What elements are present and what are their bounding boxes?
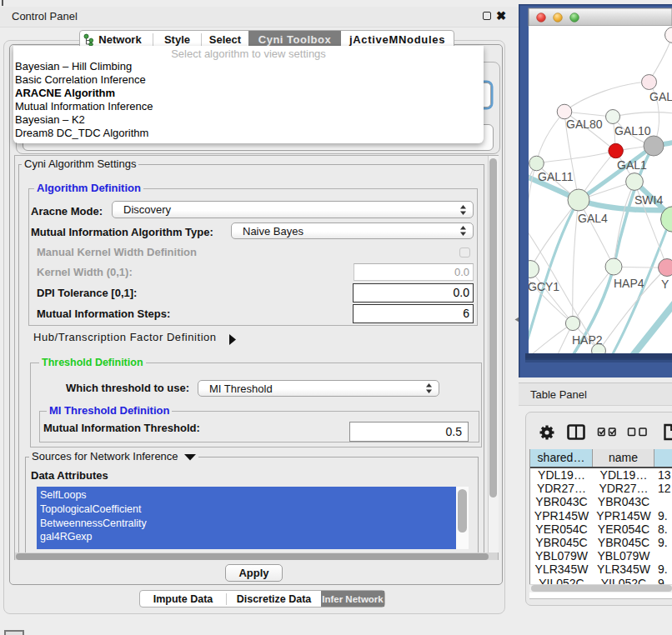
svg-text:GCY1: GCY1 — [528, 280, 559, 293]
svg-text:GAL10: GAL10 — [614, 124, 651, 138]
svg-text:GAL11: GAL11 — [538, 170, 574, 183]
svg-text:HAP2: HAP2 — [572, 333, 603, 347]
svg-text:GAL1: GAL1 — [617, 158, 647, 172]
svg-text:SWI4: SWI4 — [634, 193, 663, 207]
svg-text:HAP4: HAP4 — [614, 277, 644, 290]
svg-text:GAL80: GAL80 — [566, 118, 603, 131]
svg-text:GAL4: GAL4 — [578, 212, 608, 225]
svg-text:GAL: GAL — [649, 90, 672, 103]
svg-text:Y: Y — [661, 278, 669, 291]
